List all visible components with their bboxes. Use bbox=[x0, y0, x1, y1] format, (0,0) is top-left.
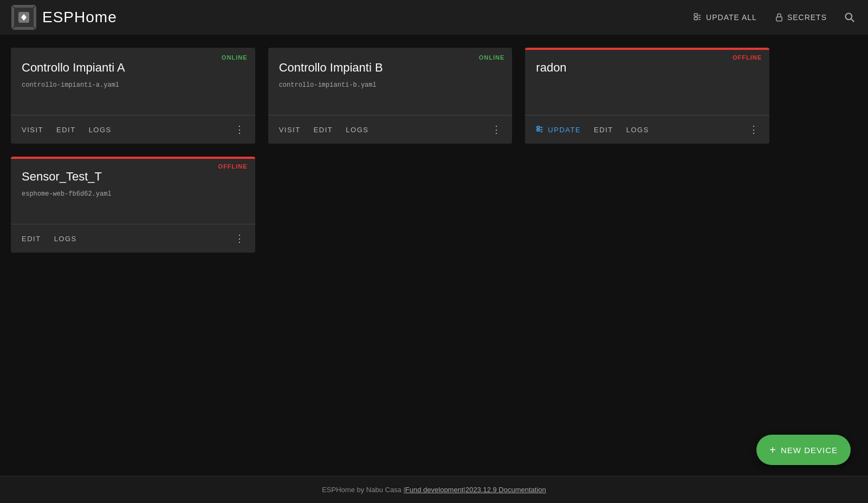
svg-rect-12 bbox=[537, 129, 540, 131]
update-icon-radon bbox=[536, 125, 545, 134]
update-button-radon[interactable]: UPDATE bbox=[529, 120, 587, 139]
logs-button-radon[interactable]: LOGS bbox=[620, 120, 656, 139]
more-button-radon[interactable]: ⋮ bbox=[742, 119, 765, 140]
device-title-controllo-a: Controllo Impianti A bbox=[22, 61, 244, 75]
visit-button-controllo-a[interactable]: VISIT bbox=[15, 120, 50, 139]
edit-button-controllo-b[interactable]: EDIT bbox=[307, 120, 340, 139]
logs-button-sensor-test[interactable]: LOGS bbox=[48, 229, 83, 248]
update-all-button[interactable]: UPDATE ALL bbox=[691, 8, 759, 27]
device-card-radon: OFFLINE radon UPDATE EDIT LOGS ⋮ bbox=[525, 48, 769, 144]
app-footer: ESPHome by Nabu Casa | Fund development … bbox=[0, 476, 868, 503]
svg-rect-4 bbox=[34, 8, 36, 27]
logs-button-controllo-b[interactable]: LOGS bbox=[339, 120, 375, 139]
device-filename-sensor-test: esphome-web-fb6d62.yaml bbox=[22, 190, 244, 198]
app-header: ESPHome UPDATE ALL SECRETS bbox=[0, 0, 868, 35]
visit-button-controllo-b[interactable]: VISIT bbox=[273, 120, 307, 139]
device-card-controllo-a: ONLINE Controllo Impianti A controllo-im… bbox=[11, 48, 255, 144]
device-title-sensor-test: Sensor_Test_T bbox=[22, 170, 244, 184]
status-badge-controllo-a: ONLINE bbox=[222, 54, 248, 61]
card-actions-controllo-b: VISIT EDIT LOGS ⋮ bbox=[268, 115, 513, 144]
device-title-radon: radon bbox=[536, 61, 759, 75]
svg-rect-11 bbox=[537, 126, 540, 128]
search-button[interactable] bbox=[842, 8, 857, 27]
esphome-logo-icon bbox=[11, 4, 37, 30]
edit-button-sensor-test[interactable]: EDIT bbox=[15, 229, 48, 248]
svg-rect-3 bbox=[11, 8, 14, 27]
new-device-fab[interactable]: + NEW DEVICE bbox=[756, 435, 851, 465]
more-button-controllo-a[interactable]: ⋮ bbox=[228, 119, 251, 140]
device-filename-controllo-a: controllo-impianti-a.yaml bbox=[22, 81, 244, 89]
fund-development-link[interactable]: Fund development bbox=[405, 486, 464, 494]
card-body-sensor-test: OFFLINE Sensor_Test_T esphome-web-fb6d62… bbox=[11, 159, 255, 224]
search-icon bbox=[844, 12, 855, 23]
device-card-sensor-test: OFFLINE Sensor_Test_T esphome-web-fb6d62… bbox=[11, 157, 255, 253]
svg-rect-6 bbox=[694, 14, 697, 16]
update-all-icon bbox=[693, 12, 703, 22]
device-title-controllo-b: Controllo Impianti B bbox=[279, 61, 502, 75]
edit-button-radon[interactable]: EDIT bbox=[587, 120, 620, 139]
card-actions-sensor-test: EDIT LOGS ⋮ bbox=[11, 224, 255, 253]
logs-button-controllo-a[interactable]: LOGS bbox=[82, 120, 118, 139]
svg-rect-1 bbox=[14, 5, 34, 8]
logo: ESPHome bbox=[11, 4, 117, 30]
status-badge-sensor-test: OFFLINE bbox=[218, 163, 248, 170]
card-actions-controllo-a: VISIT EDIT LOGS ⋮ bbox=[11, 115, 255, 144]
secrets-button[interactable]: SECRETS bbox=[772, 8, 829, 27]
device-card-controllo-b: ONLINE Controllo Impianti B controllo-im… bbox=[268, 48, 513, 144]
app-title: ESPHome bbox=[42, 9, 117, 26]
main-content: ONLINE Controllo Impianti A controllo-im… bbox=[0, 35, 868, 476]
card-body-controllo-b: ONLINE Controllo Impianti B controllo-im… bbox=[268, 50, 513, 115]
card-body-radon: OFFLINE radon bbox=[525, 50, 769, 115]
header-actions: UPDATE ALL SECRETS bbox=[691, 8, 857, 27]
more-button-sensor-test[interactable]: ⋮ bbox=[228, 228, 251, 249]
card-actions-radon: UPDATE EDIT LOGS ⋮ bbox=[525, 115, 769, 144]
svg-rect-8 bbox=[776, 17, 782, 21]
status-badge-radon: OFFLINE bbox=[733, 54, 762, 61]
fab-plus-icon: + bbox=[769, 444, 776, 456]
footer-text: ESPHome by Nabu Casa | bbox=[322, 486, 405, 494]
svg-rect-2 bbox=[14, 27, 34, 30]
status-badge-controllo-b: ONLINE bbox=[479, 54, 505, 61]
lock-icon bbox=[774, 12, 784, 22]
more-button-controllo-b[interactable]: ⋮ bbox=[485, 119, 508, 140]
fab-label: NEW DEVICE bbox=[781, 446, 838, 455]
card-body-controllo-a: ONLINE Controllo Impianti A controllo-im… bbox=[11, 50, 255, 115]
edit-button-controllo-a[interactable]: EDIT bbox=[50, 120, 82, 139]
svg-rect-7 bbox=[694, 17, 697, 20]
documentation-link[interactable]: 2023.12.9 Documentation bbox=[465, 486, 546, 494]
svg-line-10 bbox=[851, 19, 854, 22]
svg-point-9 bbox=[846, 14, 852, 20]
device-filename-controllo-b: controllo-impianti-b.yaml bbox=[279, 81, 502, 89]
device-grid: ONLINE Controllo Impianti A controllo-im… bbox=[11, 48, 769, 253]
